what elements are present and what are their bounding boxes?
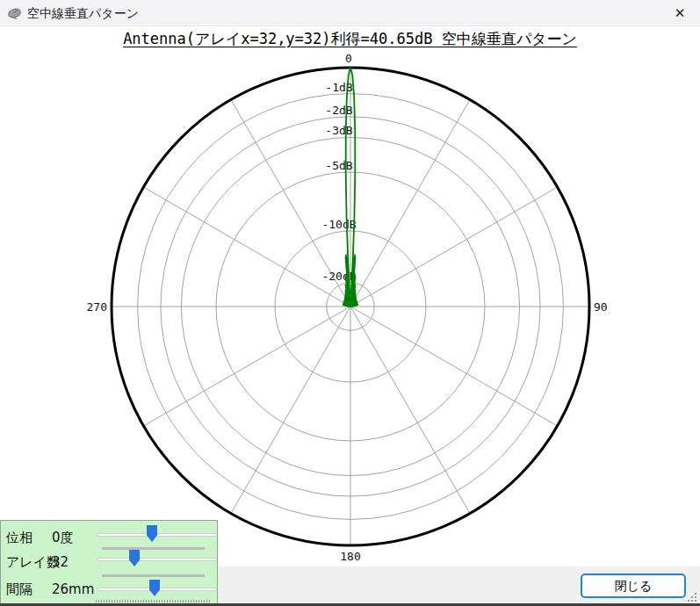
resize-grip-icon[interactable] [687, 592, 697, 602]
control-panel: 位相 0度 アレイ数 32 間隔 26mm [0, 520, 218, 606]
phase-value: 0度 [52, 530, 74, 546]
spacing-value: 26mm [52, 581, 94, 597]
svg-text:270: 270 [87, 300, 107, 314]
dialog-window: 空中線垂直パターン ✕ Antenna(アレイx=32,y=32)利得=40.6… [0, 0, 700, 606]
svg-text:-3dB: -3dB [325, 124, 352, 137]
close-button[interactable]: 閉じる [581, 574, 686, 598]
array-count-slider-ticks [102, 574, 205, 577]
antenna-icon [7, 6, 22, 21]
svg-text:180: 180 [340, 550, 360, 563]
title-bar[interactable]: 空中線垂直パターン ✕ [0, 0, 700, 26]
window-title: 空中線垂直パターン [27, 0, 139, 26]
phase-label: 位相 [6, 530, 32, 546]
spacing-slider-ticks [96, 600, 210, 602]
array-count-value: 32 [52, 554, 69, 570]
phase-slider-ticks [102, 547, 205, 550]
svg-text:-5dB: -5dB [325, 159, 352, 172]
svg-text:0: 0 [345, 52, 352, 65]
array-count-slider-track[interactable] [97, 558, 217, 561]
polar-chart: -1dB-2dB-3dB-5dB-10dB-20dB090180270 [0, 26, 700, 571]
array-count-slider-thumb[interactable] [129, 550, 140, 566]
svg-text:-2dB: -2dB [325, 104, 352, 117]
spacing-slider-thumb[interactable] [149, 580, 160, 596]
spacing-label: 間隔 [6, 581, 32, 598]
close-icon[interactable]: ✕ [660, 0, 700, 26]
phase-slider-track[interactable] [97, 533, 217, 537]
svg-text:-10dB: -10dB [321, 218, 356, 231]
svg-text:-1dB: -1dB [325, 81, 352, 94]
phase-slider-thumb[interactable] [147, 525, 157, 542]
svg-text:90: 90 [594, 300, 608, 314]
